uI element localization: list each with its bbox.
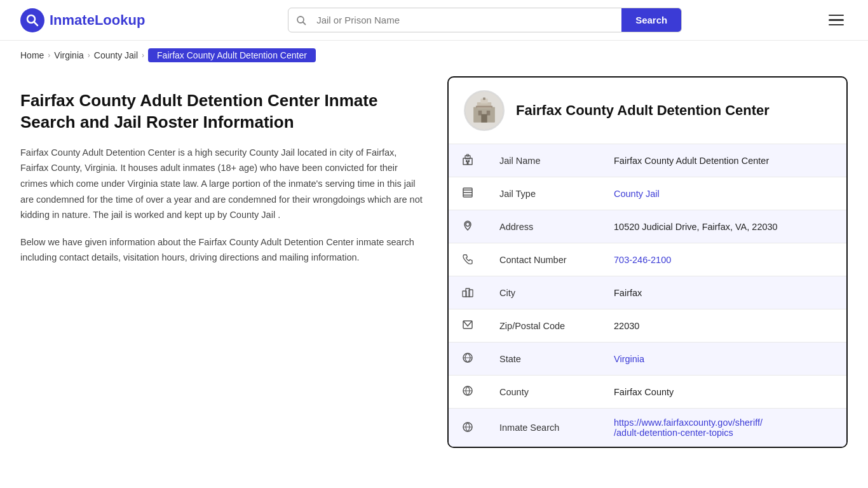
row-label: State: [487, 342, 601, 376]
row-label: County: [487, 376, 601, 409]
row-icon: [449, 243, 487, 276]
search-bar: Search: [288, 8, 682, 32]
row-label: Inmate Search: [487, 409, 601, 447]
svg-rect-18: [467, 161, 469, 165]
row-value: Fairfax: [601, 276, 846, 309]
description-2: Below we have given information about th…: [20, 234, 427, 266]
svg-rect-12: [476, 106, 492, 108]
breadcrumb-state[interactable]: Virginia: [54, 50, 83, 60]
right-column: Fairfax County Adult Detention Center Ja…: [447, 70, 848, 448]
row-icon: [449, 309, 487, 342]
row-link[interactable]: Virginia: [614, 354, 644, 364]
row-link[interactable]: 703-246-2100: [614, 255, 671, 265]
row-icon: [449, 177, 487, 210]
row-label: Jail Type: [487, 177, 601, 210]
search-button[interactable]: Search: [621, 8, 681, 32]
table-row: Zip/Postal Code22030: [449, 309, 846, 342]
table-row: CountyFairfax County: [449, 376, 846, 409]
svg-rect-11: [481, 114, 487, 123]
facility-avatar: [464, 90, 505, 131]
menu-button[interactable]: [825, 11, 848, 30]
card-facility-name: Fairfax County Adult Detention Center: [516, 102, 770, 119]
header: InmateLookup Search: [0, 0, 868, 41]
row-label: Address: [487, 210, 601, 243]
chevron-icon-2: ›: [88, 51, 90, 60]
row-value: Fairfax County: [601, 376, 846, 409]
page-title: Fairfax County Adult Detention Center In…: [20, 90, 427, 133]
logo-link[interactable]: InmateLookup: [20, 8, 145, 32]
row-icon: [449, 210, 487, 243]
search-icon: [288, 15, 314, 25]
row-icon: [449, 144, 487, 177]
card-header: Fairfax County Adult Detention Center: [449, 78, 846, 144]
table-row: Jail TypeCounty Jail: [449, 177, 846, 210]
chevron-icon: ›: [48, 51, 50, 60]
row-icon: [449, 342, 487, 376]
breadcrumb-home[interactable]: Home: [20, 50, 44, 60]
svg-line-3: [303, 22, 306, 24]
row-icon: [449, 409, 487, 447]
info-card: Fairfax County Adult Detention Center Ja…: [447, 76, 848, 448]
description-1: Fairfax County Adult Detention Center is…: [20, 145, 427, 223]
logo-text: InmateLookup: [50, 12, 145, 29]
row-link[interactable]: County Jail: [614, 189, 660, 199]
row-value: 10520 Judicial Drive, Fairfax, VA, 22030: [601, 210, 846, 243]
main-content: Fairfax County Adult Detention Center In…: [0, 70, 868, 473]
logo-icon: [20, 8, 44, 32]
search-input[interactable]: [314, 8, 621, 32]
row-value: 22030: [601, 309, 846, 342]
breadcrumb-current: Fairfax County Adult Detention Center: [148, 48, 316, 62]
table-row: Inmate Searchhttps://www.fairfaxcounty.g…: [449, 409, 846, 447]
row-icon: [449, 276, 487, 309]
svg-rect-8: [483, 97, 485, 100]
left-column: Fairfax County Adult Detention Center In…: [20, 70, 427, 448]
info-table: Jail NameFairfax County Adult Detention …: [449, 144, 846, 447]
chevron-icon-3: ›: [142, 51, 144, 60]
table-row: StateVirginia: [449, 342, 846, 376]
table-row: Jail NameFairfax County Adult Detention …: [449, 144, 846, 177]
row-icon: [449, 376, 487, 409]
breadcrumb-type[interactable]: County Jail: [94, 50, 138, 60]
row-label: City: [487, 276, 601, 309]
row-value[interactable]: Virginia: [601, 342, 846, 376]
row-label: Contact Number: [487, 243, 601, 276]
svg-line-1: [34, 22, 38, 25]
row-value[interactable]: https://www.fairfaxcounty.gov/sheriff//a…: [601, 409, 846, 447]
table-row: Address10520 Judicial Drive, Fairfax, VA…: [449, 210, 846, 243]
row-value[interactable]: 703-246-2100: [601, 243, 846, 276]
table-row: Contact Number703-246-2100: [449, 243, 846, 276]
row-value: Fairfax County Adult Detention Center: [601, 144, 846, 177]
row-label: Zip/Postal Code: [487, 309, 601, 342]
breadcrumb: Home › Virginia › County Jail › Fairfax …: [0, 41, 868, 70]
table-row: CityFairfax: [449, 276, 846, 309]
row-value[interactable]: County Jail: [601, 177, 846, 210]
svg-point-23: [466, 222, 470, 226]
row-link[interactable]: https://www.fairfaxcounty.gov/sheriff//a…: [614, 417, 834, 438]
row-label: Jail Name: [487, 144, 601, 177]
